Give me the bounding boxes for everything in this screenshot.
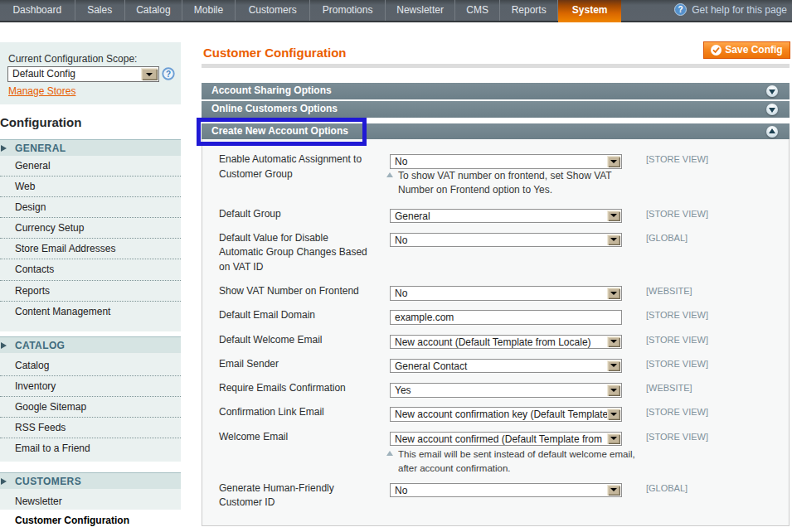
svg-text:?: ? <box>166 70 171 79</box>
svg-text:?: ? <box>678 5 683 14</box>
